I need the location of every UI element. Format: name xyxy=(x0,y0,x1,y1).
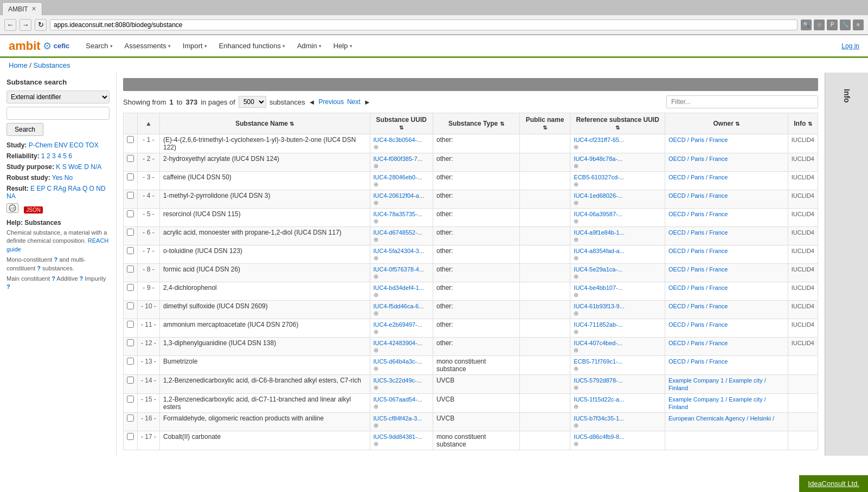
row-owner-link[interactable]: OECD / Paris / France xyxy=(668,284,728,291)
bookmark-icon[interactable]: ☆ xyxy=(814,20,825,30)
nav-enhanced-functions[interactable]: Enhanced functions ▾ xyxy=(214,38,291,53)
result-ep-link[interactable]: EP xyxy=(36,185,45,192)
row-refuuid-link[interactable]: IUC5-1f15d22c-a... xyxy=(574,396,624,403)
row-owner-link[interactable]: Example Company 1 / Example city / Finla… xyxy=(668,396,766,410)
robust-yes-link[interactable]: Yes xyxy=(52,174,63,182)
result-c-link[interactable]: C xyxy=(47,185,52,192)
sort-up-icon[interactable]: ▲ xyxy=(145,120,152,127)
row-uuid-link[interactable]: IUC5-067aad54-... xyxy=(374,396,423,403)
purpose-woe-link[interactable]: WoE xyxy=(68,163,82,171)
row-checkbox[interactable] xyxy=(127,229,134,236)
nav-assessments[interactable]: Assessments ▾ xyxy=(119,38,176,53)
col-uuid[interactable]: Substance UUID ⇅ xyxy=(370,113,433,134)
nav-import[interactable]: Import ▾ xyxy=(177,38,213,53)
row-owner-link[interactable]: OECD / Paris / France xyxy=(668,266,728,273)
forward-button[interactable]: → xyxy=(20,19,31,31)
row-refuuid-link[interactable]: IUC5-5792d878-... xyxy=(574,377,623,384)
nav-search[interactable]: Search ▾ xyxy=(80,38,118,53)
result-na-link[interactable]: NA xyxy=(7,192,16,200)
back-button[interactable]: ← xyxy=(4,19,16,31)
row-owner-link[interactable]: OECD / Paris / France xyxy=(668,248,728,254)
json-badge[interactable]: JSON xyxy=(24,206,43,213)
row-checkbox[interactable] xyxy=(127,210,134,217)
previous-page-link[interactable]: Previous xyxy=(319,98,344,106)
row-refuuid-link[interactable]: ECB5-71f769c1-... xyxy=(574,358,623,365)
search-icon[interactable]: 🔍 xyxy=(801,20,812,30)
row-checkbox[interactable] xyxy=(127,377,134,384)
row-uuid-link[interactable]: IUC5-9dd84381-... xyxy=(374,433,423,440)
multi-constituent-help-icon[interactable]: ? xyxy=(37,265,41,271)
row-uuid-link[interactable]: IUC4-0f576378-4... xyxy=(374,266,425,273)
row-refuuid-link[interactable]: IUC4-a8354fad-a... xyxy=(574,248,625,254)
row-owner-link[interactable]: OECD / Paris / France xyxy=(668,340,728,346)
substance-search-input[interactable] xyxy=(7,107,110,120)
breadcrumb-substances[interactable]: Substances xyxy=(34,61,70,69)
refresh-button[interactable]: ↻ xyxy=(35,19,47,31)
reliability-3-link[interactable]: 3 xyxy=(52,152,56,160)
study-env-link[interactable]: ENV xyxy=(54,141,68,149)
row-owner-link[interactable]: OECD / Paris / France xyxy=(668,303,728,309)
row-refuuid-link[interactable]: IUC4-61b93f13-9... xyxy=(574,303,625,309)
row-uuid-link[interactable]: IUC5-3c22d49c-... xyxy=(374,377,422,384)
result-o-link[interactable]: O xyxy=(89,185,94,192)
purpose-k-link[interactable]: K xyxy=(56,163,60,171)
page-size-select[interactable]: 500 xyxy=(239,96,266,108)
row-uuid-link[interactable]: IUC4-e2b69497-... xyxy=(374,321,423,328)
row-uuid-link[interactable]: IUC4-20612f04-a... xyxy=(374,192,425,199)
col-type[interactable]: Substance Type ⇅ xyxy=(433,113,519,134)
reliability-5-link[interactable]: 5 xyxy=(63,152,67,160)
row-checkbox[interactable] xyxy=(127,358,134,365)
additive-help-icon[interactable]: ? xyxy=(80,275,83,282)
row-uuid-link[interactable]: IUC4-bd34def4-1... xyxy=(374,284,425,291)
reliability-2-link[interactable]: 2 xyxy=(47,152,50,160)
row-checkbox[interactable] xyxy=(127,155,134,162)
menu-icon[interactable]: ≡ xyxy=(853,20,864,30)
row-owner-link[interactable]: OECD / Paris / France xyxy=(668,156,728,162)
row-refuuid-link[interactable]: IUC4-be4bb107-... xyxy=(574,284,623,291)
row-checkbox[interactable] xyxy=(127,192,134,199)
row-owner-link[interactable]: OECD / Paris / France xyxy=(668,358,728,365)
result-rag-link[interactable]: RAg xyxy=(54,185,66,192)
row-checkbox[interactable] xyxy=(127,302,134,309)
row-uuid-link[interactable]: IUC4-78a35735-... xyxy=(374,211,423,217)
main-constituent-help-icon[interactable]: ? xyxy=(52,275,55,282)
row-owner-link[interactable]: OECD / Paris / France xyxy=(668,229,728,236)
info-panel[interactable]: Info xyxy=(825,73,868,456)
result-e-link[interactable]: E xyxy=(30,185,35,192)
row-uuid-link[interactable]: IUC4-d6748552-... xyxy=(374,229,423,236)
row-uuid-link[interactable]: IUC4-42483904-... xyxy=(374,340,423,346)
row-checkbox[interactable] xyxy=(127,321,134,328)
purpose-na-link[interactable]: N/A xyxy=(91,163,101,171)
study-pchem-link[interactable]: P-Chem xyxy=(29,141,53,149)
row-uuid-link[interactable]: IUC4-f080f385-7... xyxy=(374,156,423,162)
col-name[interactable]: Substance Name ⇅ xyxy=(160,113,370,134)
extension-icon[interactable]: 🔧 xyxy=(840,20,851,30)
col-refuuid[interactable]: Reference substance UUID ⇅ xyxy=(570,113,665,134)
profile-icon[interactable]: P xyxy=(827,20,838,30)
robust-no-link[interactable]: No xyxy=(65,174,73,182)
result-nd-link[interactable]: ND xyxy=(96,185,105,192)
row-checkbox[interactable] xyxy=(127,284,134,291)
impurity-help-icon[interactable]: ? xyxy=(7,283,10,290)
substance-search-type-select[interactable]: External identifier xyxy=(7,90,110,103)
study-eco-link[interactable]: ECO xyxy=(69,141,83,149)
login-link[interactable]: Log in xyxy=(841,42,859,50)
row-owner-link[interactable]: OECD / Paris / France xyxy=(668,211,728,217)
row-refuuid-link[interactable]: IUC4-9b48c78a-... xyxy=(574,156,622,162)
reliability-1-link[interactable]: 1 xyxy=(41,152,45,160)
row-refuuid-link[interactable]: IUC4-cf231ff7-65... xyxy=(574,137,624,143)
filter-input[interactable] xyxy=(666,95,818,108)
nav-help[interactable]: Help ▾ xyxy=(328,38,358,53)
row-refuuid-link[interactable]: IUC4-a9f1e84b-1... xyxy=(574,229,625,236)
row-uuid-link[interactable]: IUC4-5fa24304-3... xyxy=(374,248,425,254)
col-info[interactable]: Info ⇅ xyxy=(788,113,818,134)
mono-constituent-help-icon[interactable]: ? xyxy=(54,256,57,263)
col-pubname[interactable]: Public name ⇅ xyxy=(519,113,570,134)
row-owner-link[interactable]: OECD / Paris / France xyxy=(668,192,728,199)
result-q-link[interactable]: Q xyxy=(82,185,87,192)
reliability-6-link[interactable]: 6 xyxy=(68,152,72,160)
row-refuuid-link[interactable]: IUC5-b7f34c35-1... xyxy=(574,415,624,422)
row-checkbox[interactable] xyxy=(127,433,134,440)
row-uuid-link[interactable]: IUC5-cf84f42a-3... xyxy=(374,415,422,422)
row-checkbox[interactable] xyxy=(127,266,134,273)
